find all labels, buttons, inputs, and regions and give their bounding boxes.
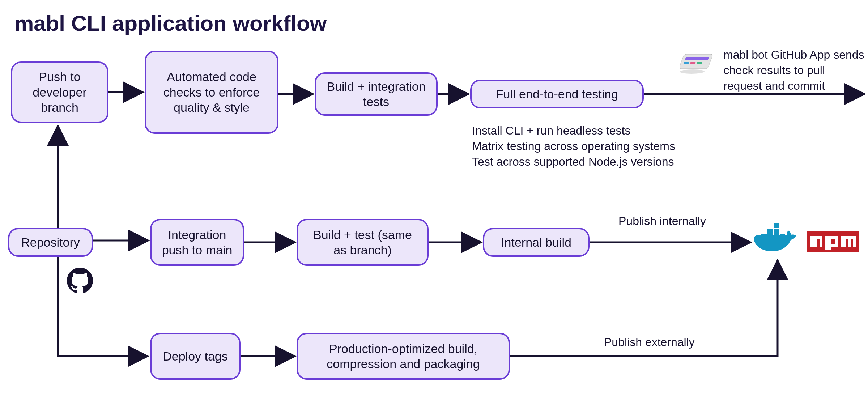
svg-rect-9	[767, 229, 773, 234]
svg-point-5	[680, 69, 705, 74]
node-push-dev: Push to developer branch	[11, 61, 109, 123]
node-build-int: Build + integration tests	[315, 72, 438, 116]
node-prod: Production-optimized build, compression …	[297, 333, 510, 380]
npm-icon	[807, 231, 859, 252]
svg-rect-15	[817, 239, 820, 247]
svg-rect-3	[690, 62, 695, 64]
node-deploy: Deploy tags	[150, 333, 241, 380]
svg-rect-2	[683, 62, 689, 64]
mabl-bot-icon	[680, 51, 716, 76]
svg-rect-17	[831, 239, 835, 244]
docker-icon	[754, 221, 797, 253]
annotation-bot: mabl bot GitHub App sends check results …	[723, 47, 864, 94]
node-int-push: Integration push to main	[150, 219, 244, 266]
node-internal: Internal build	[483, 228, 590, 257]
node-checks: Automated code checks to enforce quality…	[145, 51, 278, 134]
annotation-pub-ext: Publish externally	[604, 335, 695, 350]
svg-rect-10	[774, 229, 779, 234]
github-icon	[67, 268, 93, 294]
node-build-test: Build + test (same as branch)	[297, 219, 429, 266]
diagram-title: mabl CLI application workflow	[14, 11, 327, 36]
svg-rect-11	[774, 223, 779, 228]
svg-rect-21	[851, 239, 853, 247]
node-repo: Repository	[8, 228, 93, 257]
svg-rect-18	[825, 247, 831, 250]
svg-rect-0	[680, 54, 713, 69]
svg-rect-14	[810, 236, 822, 247]
annotation-pub-int: Publish internally	[618, 213, 706, 229]
node-e2e: Full end-to-end testing	[470, 80, 644, 108]
svg-rect-4	[696, 62, 702, 64]
svg-rect-1	[685, 57, 709, 60]
annotation-e2e-sub: Install CLI + run headless tests Matrix …	[472, 123, 725, 170]
svg-rect-20	[846, 239, 848, 247]
